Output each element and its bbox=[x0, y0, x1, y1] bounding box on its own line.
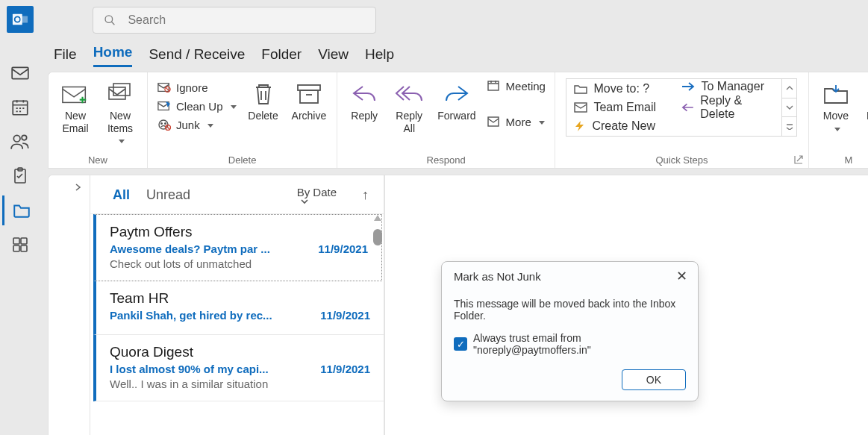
svg-point-5 bbox=[13, 135, 20, 142]
tab-unread[interactable]: Unread bbox=[146, 187, 190, 203]
svg-rect-15 bbox=[109, 87, 125, 99]
menu-send-receive[interactable]: Send / Receive bbox=[149, 46, 245, 67]
ribbon-group-delete: Ignore Clean Up Junk Delete bbox=[148, 72, 337, 168]
archive-button[interactable]: Archive bbox=[287, 77, 331, 122]
svg-point-22 bbox=[165, 123, 166, 125]
titlebar bbox=[40, 0, 868, 40]
ribbon-group-move: Move Ru M bbox=[809, 72, 868, 168]
svg-rect-3 bbox=[12, 67, 28, 78]
scroll-up-icon[interactable] bbox=[372, 213, 384, 223]
ribbon-label-quicksteps: Quick Steps bbox=[561, 152, 802, 168]
message-subject: I lost almost 90% of my capi... bbox=[110, 363, 269, 375]
sort-direction-button[interactable]: ↑ bbox=[362, 187, 369, 203]
chevron-down-icon[interactable] bbox=[782, 98, 796, 118]
ribbon-label-new: New bbox=[54, 152, 141, 168]
scrollbar[interactable] bbox=[372, 213, 384, 435]
not-junk-dialog: Mark as Not Junk ✕ This message will be … bbox=[441, 261, 699, 401]
delete-button[interactable]: Delete bbox=[243, 77, 284, 122]
message-date: 11/9/2021 bbox=[320, 309, 370, 322]
message-from: Paytm Offers bbox=[110, 224, 368, 240]
folders-rail-icon[interactable] bbox=[2, 195, 38, 225]
close-icon[interactable]: ✕ bbox=[676, 269, 687, 283]
forward-button[interactable]: Forward bbox=[433, 77, 480, 122]
checkbox-label: Always trust email from "noreply@paytmof… bbox=[473, 332, 686, 356]
content-area: All Unread By Date ↑ Paytm Offers Awesom… bbox=[48, 175, 868, 435]
ok-button[interactable]: OK bbox=[622, 369, 686, 390]
dialog-message: This message will be moved back into the… bbox=[454, 298, 686, 322]
search-box[interactable] bbox=[93, 7, 376, 34]
menu-folder[interactable]: Folder bbox=[261, 46, 302, 67]
reading-pane: Mark as Not Junk ✕ This message will be … bbox=[385, 175, 868, 435]
ribbon-label-respond: Respond bbox=[343, 152, 549, 168]
meeting-button[interactable]: Meeting bbox=[484, 78, 549, 93]
dialog-title: Mark as Not Junk bbox=[454, 270, 541, 283]
more-respond-button[interactable]: More bbox=[484, 114, 549, 129]
dialog-launcher-icon[interactable] bbox=[793, 154, 804, 165]
menu-file[interactable]: File bbox=[54, 46, 77, 67]
svg-rect-11 bbox=[13, 245, 19, 251]
message-date: 11/9/2021 bbox=[318, 242, 368, 255]
junk-button[interactable]: Junk bbox=[154, 117, 240, 132]
qs-move-to[interactable]: Move to: ? bbox=[566, 79, 674, 98]
apps-rail-icon[interactable] bbox=[2, 230, 38, 260]
envelope-icon bbox=[574, 102, 587, 113]
folder-icon bbox=[574, 84, 587, 94]
svg-point-21 bbox=[161, 123, 163, 125]
qs-reply-delete[interactable]: Reply & Delete bbox=[674, 94, 781, 121]
ribbon: New Email New Items New Ignore bbox=[48, 72, 868, 169]
new-items-button[interactable]: New Items bbox=[99, 77, 141, 147]
outlook-logo bbox=[7, 6, 34, 33]
new-email-button[interactable]: New Email bbox=[54, 77, 96, 135]
trust-sender-checkbox[interactable]: ✓ Always trust email from "noreply@paytm… bbox=[454, 332, 686, 356]
reply-all-button[interactable]: Reply All bbox=[388, 77, 430, 135]
reply-button[interactable]: Reply bbox=[343, 77, 385, 122]
ribbon-group-quicksteps: Move to: ? Team Email Create New bbox=[555, 72, 809, 168]
chevron-right-icon bbox=[73, 183, 82, 192]
tab-all[interactable]: All bbox=[113, 187, 130, 203]
svg-rect-2 bbox=[20, 16, 28, 22]
message-preview: Check out lots of unmatched bbox=[110, 257, 368, 270]
people-rail-icon[interactable] bbox=[2, 127, 38, 157]
reply-arrow-icon bbox=[681, 103, 694, 112]
ignore-button[interactable]: Ignore bbox=[154, 80, 240, 95]
message-subject: Awesome deals? Paytm par ... bbox=[110, 242, 270, 255]
message-list-pane: All Unread By Date ↑ Paytm Offers Awesom… bbox=[90, 175, 385, 435]
ribbon-label-move: M bbox=[815, 152, 868, 168]
cleanup-button[interactable]: Clean Up bbox=[154, 98, 240, 113]
message-item[interactable]: Quora Digest I lost almost 90% of my cap… bbox=[93, 335, 384, 401]
qs-scroll[interactable] bbox=[781, 79, 796, 136]
qs-to-manager[interactable]: To Manager bbox=[674, 79, 781, 94]
menu-tabs: File Home Send / Receive Folder View Hel… bbox=[40, 40, 868, 67]
svg-rect-27 bbox=[488, 117, 499, 126]
svg-rect-10 bbox=[21, 238, 27, 244]
mail-rail-icon[interactable] bbox=[2, 58, 38, 88]
menu-home[interactable]: Home bbox=[93, 44, 133, 67]
rules-button[interactable]: Ru bbox=[860, 77, 868, 122]
ribbon-label-delete: Delete bbox=[154, 152, 331, 168]
svg-rect-26 bbox=[488, 81, 499, 90]
quick-steps-gallery[interactable]: Move to: ? Team Email Create New bbox=[566, 78, 797, 137]
svg-rect-12 bbox=[21, 245, 27, 251]
message-preview: Well.. I was in a similar situation bbox=[110, 378, 370, 390]
menu-help[interactable]: Help bbox=[365, 46, 394, 67]
search-icon bbox=[104, 13, 116, 27]
message-item[interactable]: Paytm Offers Awesome deals? Paytm par ..… bbox=[93, 214, 382, 281]
menu-view[interactable]: View bbox=[318, 46, 349, 67]
chevron-up-icon[interactable] bbox=[782, 79, 796, 98]
search-input[interactable] bbox=[126, 13, 365, 28]
qs-create-new[interactable]: Create New bbox=[566, 117, 674, 136]
move-button[interactable]: Move bbox=[815, 77, 857, 135]
svg-rect-17 bbox=[158, 84, 169, 92]
forward-arrow-icon bbox=[681, 82, 695, 91]
sort-button[interactable]: By Date bbox=[297, 186, 337, 204]
svg-point-13 bbox=[105, 16, 113, 23]
scroll-thumb[interactable] bbox=[373, 229, 382, 245]
message-from: Quora Digest bbox=[110, 344, 370, 360]
qs-team-email[interactable]: Team Email bbox=[566, 98, 674, 116]
lightning-icon bbox=[574, 121, 586, 131]
expand-gallery-icon[interactable] bbox=[782, 117, 796, 136]
calendar-rail-icon[interactable] bbox=[2, 93, 38, 122]
message-item[interactable]: Team HR Pankil Shah, get hired by rec...… bbox=[93, 281, 384, 335]
folder-pane-collapsed[interactable] bbox=[49, 175, 90, 435]
tasks-rail-icon[interactable] bbox=[2, 161, 38, 191]
